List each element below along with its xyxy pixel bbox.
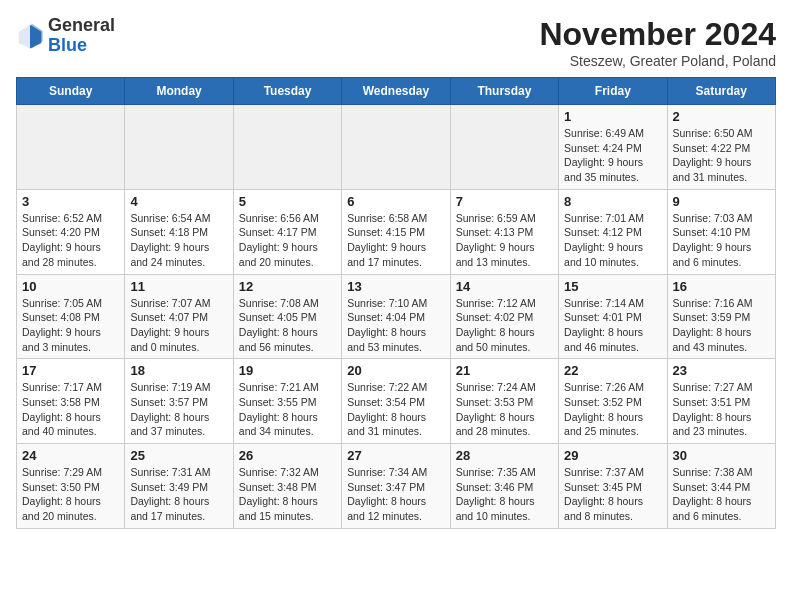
day-info: Sunrise: 6:49 AM Sunset: 4:24 PM Dayligh… (564, 126, 661, 185)
day-cell: 12Sunrise: 7:08 AM Sunset: 4:05 PM Dayli… (233, 274, 341, 359)
day-number: 8 (564, 194, 661, 209)
day-cell: 19Sunrise: 7:21 AM Sunset: 3:55 PM Dayli… (233, 359, 341, 444)
logo-text: General Blue (48, 16, 115, 56)
day-info: Sunrise: 7:29 AM Sunset: 3:50 PM Dayligh… (22, 465, 119, 524)
day-info: Sunrise: 7:16 AM Sunset: 3:59 PM Dayligh… (673, 296, 770, 355)
week-row-2: 10Sunrise: 7:05 AM Sunset: 4:08 PM Dayli… (17, 274, 776, 359)
day-info: Sunrise: 7:37 AM Sunset: 3:45 PM Dayligh… (564, 465, 661, 524)
day-number: 11 (130, 279, 227, 294)
day-number: 14 (456, 279, 553, 294)
day-cell: 23Sunrise: 7:27 AM Sunset: 3:51 PM Dayli… (667, 359, 775, 444)
header-cell-saturday: Saturday (667, 78, 775, 105)
day-number: 16 (673, 279, 770, 294)
day-cell: 28Sunrise: 7:35 AM Sunset: 3:46 PM Dayli… (450, 444, 558, 529)
day-info: Sunrise: 7:01 AM Sunset: 4:12 PM Dayligh… (564, 211, 661, 270)
week-row-0: 1Sunrise: 6:49 AM Sunset: 4:24 PM Daylig… (17, 105, 776, 190)
day-number: 13 (347, 279, 444, 294)
day-number: 24 (22, 448, 119, 463)
day-info: Sunrise: 7:03 AM Sunset: 4:10 PM Dayligh… (673, 211, 770, 270)
day-cell: 4Sunrise: 6:54 AM Sunset: 4:18 PM Daylig… (125, 189, 233, 274)
day-info: Sunrise: 7:27 AM Sunset: 3:51 PM Dayligh… (673, 380, 770, 439)
day-info: Sunrise: 6:54 AM Sunset: 4:18 PM Dayligh… (130, 211, 227, 270)
svg-marker-2 (30, 25, 41, 49)
day-info: Sunrise: 7:38 AM Sunset: 3:44 PM Dayligh… (673, 465, 770, 524)
day-number: 4 (130, 194, 227, 209)
month-title: November 2024 (539, 16, 776, 53)
day-info: Sunrise: 7:10 AM Sunset: 4:04 PM Dayligh… (347, 296, 444, 355)
day-number: 18 (130, 363, 227, 378)
title-block: November 2024 Steszew, Greater Poland, P… (539, 16, 776, 69)
day-number: 21 (456, 363, 553, 378)
page-header: General Blue November 2024 Steszew, Grea… (16, 16, 776, 69)
logo: General Blue (16, 16, 115, 56)
day-cell: 13Sunrise: 7:10 AM Sunset: 4:04 PM Dayli… (342, 274, 450, 359)
day-cell (125, 105, 233, 190)
header-cell-wednesday: Wednesday (342, 78, 450, 105)
day-number: 15 (564, 279, 661, 294)
day-info: Sunrise: 7:07 AM Sunset: 4:07 PM Dayligh… (130, 296, 227, 355)
day-cell: 27Sunrise: 7:34 AM Sunset: 3:47 PM Dayli… (342, 444, 450, 529)
day-number: 10 (22, 279, 119, 294)
logo-icon (16, 22, 44, 50)
day-cell (450, 105, 558, 190)
day-number: 20 (347, 363, 444, 378)
day-cell: 5Sunrise: 6:56 AM Sunset: 4:17 PM Daylig… (233, 189, 341, 274)
day-cell: 22Sunrise: 7:26 AM Sunset: 3:52 PM Dayli… (559, 359, 667, 444)
day-info: Sunrise: 7:35 AM Sunset: 3:46 PM Dayligh… (456, 465, 553, 524)
day-number: 19 (239, 363, 336, 378)
week-row-1: 3Sunrise: 6:52 AM Sunset: 4:20 PM Daylig… (17, 189, 776, 274)
day-number: 1 (564, 109, 661, 124)
day-info: Sunrise: 7:05 AM Sunset: 4:08 PM Dayligh… (22, 296, 119, 355)
day-info: Sunrise: 7:14 AM Sunset: 4:01 PM Dayligh… (564, 296, 661, 355)
day-info: Sunrise: 6:50 AM Sunset: 4:22 PM Dayligh… (673, 126, 770, 185)
day-cell: 2Sunrise: 6:50 AM Sunset: 4:22 PM Daylig… (667, 105, 775, 190)
day-cell: 26Sunrise: 7:32 AM Sunset: 3:48 PM Dayli… (233, 444, 341, 529)
day-cell: 11Sunrise: 7:07 AM Sunset: 4:07 PM Dayli… (125, 274, 233, 359)
day-info: Sunrise: 7:08 AM Sunset: 4:05 PM Dayligh… (239, 296, 336, 355)
day-number: 27 (347, 448, 444, 463)
day-number: 3 (22, 194, 119, 209)
day-info: Sunrise: 7:22 AM Sunset: 3:54 PM Dayligh… (347, 380, 444, 439)
day-cell: 14Sunrise: 7:12 AM Sunset: 4:02 PM Dayli… (450, 274, 558, 359)
header-cell-friday: Friday (559, 78, 667, 105)
day-info: Sunrise: 7:17 AM Sunset: 3:58 PM Dayligh… (22, 380, 119, 439)
day-cell: 7Sunrise: 6:59 AM Sunset: 4:13 PM Daylig… (450, 189, 558, 274)
day-info: Sunrise: 7:12 AM Sunset: 4:02 PM Dayligh… (456, 296, 553, 355)
day-info: Sunrise: 7:32 AM Sunset: 3:48 PM Dayligh… (239, 465, 336, 524)
day-info: Sunrise: 7:19 AM Sunset: 3:57 PM Dayligh… (130, 380, 227, 439)
day-cell: 6Sunrise: 6:58 AM Sunset: 4:15 PM Daylig… (342, 189, 450, 274)
day-info: Sunrise: 7:34 AM Sunset: 3:47 PM Dayligh… (347, 465, 444, 524)
day-number: 26 (239, 448, 336, 463)
day-cell: 29Sunrise: 7:37 AM Sunset: 3:45 PM Dayli… (559, 444, 667, 529)
day-info: Sunrise: 6:59 AM Sunset: 4:13 PM Dayligh… (456, 211, 553, 270)
day-cell (17, 105, 125, 190)
day-number: 22 (564, 363, 661, 378)
calendar-body: 1Sunrise: 6:49 AM Sunset: 4:24 PM Daylig… (17, 105, 776, 529)
header-cell-sunday: Sunday (17, 78, 125, 105)
day-cell: 3Sunrise: 6:52 AM Sunset: 4:20 PM Daylig… (17, 189, 125, 274)
day-cell: 24Sunrise: 7:29 AM Sunset: 3:50 PM Dayli… (17, 444, 125, 529)
day-cell: 9Sunrise: 7:03 AM Sunset: 4:10 PM Daylig… (667, 189, 775, 274)
day-number: 30 (673, 448, 770, 463)
day-cell: 30Sunrise: 7:38 AM Sunset: 3:44 PM Dayli… (667, 444, 775, 529)
day-info: Sunrise: 7:26 AM Sunset: 3:52 PM Dayligh… (564, 380, 661, 439)
day-info: Sunrise: 6:58 AM Sunset: 4:15 PM Dayligh… (347, 211, 444, 270)
day-cell: 8Sunrise: 7:01 AM Sunset: 4:12 PM Daylig… (559, 189, 667, 274)
week-row-3: 17Sunrise: 7:17 AM Sunset: 3:58 PM Dayli… (17, 359, 776, 444)
subtitle: Steszew, Greater Poland, Poland (539, 53, 776, 69)
day-number: 5 (239, 194, 336, 209)
day-number: 7 (456, 194, 553, 209)
calendar-table: SundayMondayTuesdayWednesdayThursdayFrid… (16, 77, 776, 529)
day-info: Sunrise: 6:52 AM Sunset: 4:20 PM Dayligh… (22, 211, 119, 270)
day-cell: 17Sunrise: 7:17 AM Sunset: 3:58 PM Dayli… (17, 359, 125, 444)
day-cell: 25Sunrise: 7:31 AM Sunset: 3:49 PM Dayli… (125, 444, 233, 529)
day-cell: 1Sunrise: 6:49 AM Sunset: 4:24 PM Daylig… (559, 105, 667, 190)
day-info: Sunrise: 6:56 AM Sunset: 4:17 PM Dayligh… (239, 211, 336, 270)
day-cell: 15Sunrise: 7:14 AM Sunset: 4:01 PM Dayli… (559, 274, 667, 359)
day-cell: 16Sunrise: 7:16 AM Sunset: 3:59 PM Dayli… (667, 274, 775, 359)
header-row: SundayMondayTuesdayWednesdayThursdayFrid… (17, 78, 776, 105)
day-number: 6 (347, 194, 444, 209)
day-info: Sunrise: 7:31 AM Sunset: 3:49 PM Dayligh… (130, 465, 227, 524)
day-number: 23 (673, 363, 770, 378)
day-cell: 20Sunrise: 7:22 AM Sunset: 3:54 PM Dayli… (342, 359, 450, 444)
